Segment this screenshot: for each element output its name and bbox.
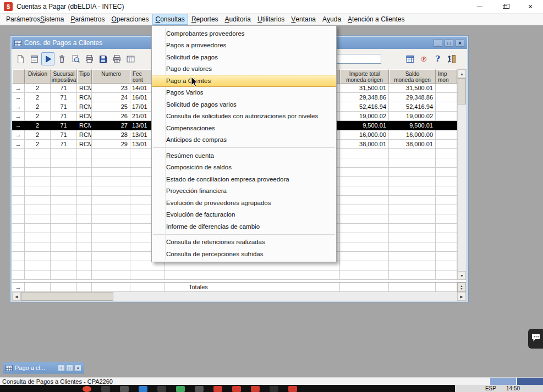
grid-cell-indicator[interactable]: →	[12, 283, 25, 292]
grid-cell-division[interactable]	[25, 177, 51, 186]
taskbar-app-icon[interactable]	[139, 386, 147, 392]
run-button[interactable]	[41, 52, 54, 65]
grid-cell-importe[interactable]	[340, 186, 389, 196]
menu-item-consulta-de-solicitudes-con-autorizaciones-por-niveles[interactable]: Consulta de solicitudes con autorizacion…	[152, 111, 336, 123]
preview-button[interactable]	[69, 52, 82, 65]
grid-cell-numero[interactable]	[92, 233, 130, 242]
minimize-button[interactable]	[467, 0, 492, 13]
grid-cell-imp2[interactable]	[436, 130, 457, 140]
child-restore-button[interactable]: □	[445, 39, 453, 47]
grid-cell-division[interactable]: 2	[25, 84, 51, 93]
grid-cell-saldo[interactable]	[389, 261, 436, 270]
grid-cell-imp2[interactable]	[436, 158, 457, 168]
grid-cell-numero[interactable]	[92, 242, 130, 252]
grid-cell-imp2[interactable]	[436, 168, 457, 177]
grid-cell-division[interactable]	[25, 186, 51, 196]
taskbar-app-icon[interactable]	[120, 386, 129, 392]
menu-item-estado-de-conciliacion-empresa-proveedora[interactable]: Estado de conciliacion empresa proveedor…	[152, 173, 336, 185]
grid-cell-sucursal[interactable]	[51, 196, 77, 205]
grid-cell-division[interactable]	[25, 233, 51, 242]
grid-cell-numero[interactable]: 23	[92, 84, 130, 93]
grid-cell-sucursal[interactable]	[51, 158, 77, 168]
grid-cell-division[interactable]	[25, 196, 51, 205]
child-close-button[interactable]: ×	[456, 39, 464, 47]
menu-atencio-n-a-clientes[interactable]: Atención a Clientes	[344, 14, 408, 25]
taskbar-app-icon[interactable]	[288, 386, 297, 392]
grid-cell-tipo[interactable]	[77, 252, 92, 261]
menu-ventana[interactable]: Ventana	[288, 14, 319, 25]
grid-cell-tipo[interactable]	[77, 168, 92, 177]
grid-cell-filler[interactable]	[165, 270, 340, 280]
menu-auditoria[interactable]: Auditoria	[222, 14, 254, 25]
scroll-down-arrow[interactable]: ▼	[458, 271, 466, 280]
grid-cell-importe[interactable]	[340, 252, 389, 261]
grid-cell-indicator[interactable]	[12, 214, 25, 224]
taskbar-app-icon[interactable]	[232, 386, 241, 392]
column-header-division[interactable]: Division	[25, 69, 51, 84]
grid-cell-division[interactable]: 2	[25, 93, 51, 102]
menu-item-informe-de-diferencias-de-cambio[interactable]: Informe de diferencias de cambio	[152, 220, 336, 233]
grid-cell-importe[interactable]	[340, 196, 389, 205]
grid-cell-indicator[interactable]: →	[12, 84, 25, 93]
taskbar-app-icon[interactable]	[213, 386, 222, 392]
menu-item-anticipos-de-compras[interactable]: Anticipos de compras	[152, 134, 336, 146]
grid-cell-imp2[interactable]	[436, 283, 457, 292]
grid-cell-numero[interactable]	[92, 158, 130, 168]
grid-cell-fecha[interactable]	[130, 261, 165, 270]
grid-cell-saldo[interactable]	[389, 283, 436, 292]
toolbar-input[interactable]	[332, 54, 381, 64]
grid-cell-imp2[interactable]	[436, 102, 457, 112]
taskbar-app-icon[interactable]	[251, 386, 260, 392]
grid-cell-numero[interactable]	[92, 214, 130, 224]
menu-item-compensaciones[interactable]: Compensaciones	[152, 122, 336, 134]
menu-utilitarios[interactable]: Utilitarios	[254, 14, 288, 25]
grid-cell-indicator[interactable]	[12, 242, 25, 252]
grid-cell-tipo[interactable]	[77, 205, 92, 214]
grid-cell-division[interactable]	[25, 149, 51, 158]
grid-cell-importe[interactable]	[340, 177, 389, 186]
grid-cell-sucursal[interactable]: 71	[51, 121, 77, 130]
grid-cell-numero[interactable]	[92, 224, 130, 233]
grid-cell-sucursal[interactable]	[51, 214, 77, 224]
grid-cell-indicator[interactable]: →	[12, 102, 25, 112]
grid-cell-sucursal[interactable]	[51, 233, 77, 242]
grid-cell-division[interactable]	[25, 214, 51, 224]
column-header-tipo[interactable]: Tipo	[77, 69, 92, 84]
horizontal-scroll-thumb[interactable]	[21, 292, 113, 301]
grid-cell-saldo[interactable]: 31,500.01	[389, 84, 436, 93]
grid-cell-sucursal[interactable]: 71	[51, 130, 77, 140]
grid-cell-sucursal[interactable]: 71	[51, 93, 77, 102]
grid-cell-indicator[interactable]	[12, 261, 25, 270]
grid-cell-tipo[interactable]: RCM	[77, 130, 92, 140]
grid-cell-indicator[interactable]	[12, 233, 25, 242]
grid-cell-tipo[interactable]	[77, 233, 92, 242]
grid-cell-sucursal[interactable]: 71	[51, 84, 77, 93]
grid-cell-numero[interactable]	[92, 252, 130, 261]
grid-cell-saldo[interactable]: 38,000.01	[389, 140, 436, 149]
grid-button[interactable]	[124, 52, 137, 65]
grid-cell-sucursal[interactable]	[51, 242, 77, 252]
menu-consultas[interactable]: Consultas	[152, 14, 188, 25]
scroll-right-arrow[interactable]: ▶	[457, 292, 466, 301]
grid-cell-tipo[interactable]: RCM	[77, 84, 92, 93]
taskbar-app-icon[interactable]	[83, 386, 91, 392]
horizontal-scrollbar[interactable]: ◀ ▶	[12, 292, 466, 301]
grid-cell-indicator[interactable]	[12, 205, 25, 214]
grid-cell-importe[interactable]	[340, 149, 389, 158]
menu-item-composicio-n-de-saldos[interactable]: Composición de saldos	[152, 162, 336, 174]
grid-cell-saldo[interactable]: 29,348.86	[389, 93, 436, 102]
column-header-imp2[interactable]: Impmon	[436, 69, 457, 84]
grid-cell-numero[interactable]	[92, 186, 130, 196]
grid-cell-importe[interactable]	[340, 224, 389, 233]
grid-cell-division[interactable]	[25, 158, 51, 168]
grid-cell-division[interactable]: 2	[25, 102, 51, 112]
grid-cell-indicator[interactable]: →	[12, 130, 25, 140]
grid-cell-saldo[interactable]	[389, 252, 436, 261]
grid-cell-filler[interactable]: Totales	[165, 283, 340, 292]
menu-reportes[interactable]: Reportes	[188, 14, 222, 25]
grid-cell-imp2[interactable]	[436, 140, 457, 149]
menu-item-proyeccio-n-financiera[interactable]: Proyección financiera	[152, 185, 336, 197]
child-minimize-button[interactable]: _	[434, 39, 442, 47]
grid-cell-sucursal[interactable]: 71	[51, 102, 77, 112]
grid-cell-tipo[interactable]: RCM	[77, 121, 92, 130]
